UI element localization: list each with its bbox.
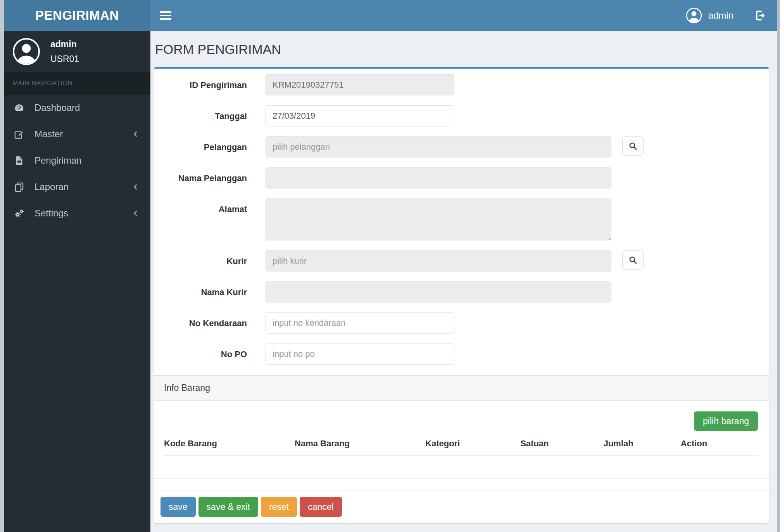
id-pengiriman-input <box>266 74 454 95</box>
info-barang-body: pilih barang Kode Barang Nama Barang <box>154 401 769 478</box>
sidebar-item-label: Laporan <box>35 181 69 192</box>
edit-icon <box>14 129 24 140</box>
logout-icon[interactable] <box>754 9 767 22</box>
field-label: No Kendaraan <box>154 313 247 333</box>
sidebar-user-id: USR01 <box>50 54 79 64</box>
save-exit-button[interactable]: save & exit <box>198 497 259 517</box>
field-label: No PO <box>154 344 247 364</box>
field-label: Kurir <box>154 250 247 271</box>
sidebar-item-pengiriman[interactable]: Pengiriman <box>4 147 150 174</box>
chevron-left-icon <box>131 209 140 218</box>
reset-button[interactable]: reset <box>261 497 297 517</box>
page-title: FORM PENGIRIMAN <box>155 42 777 57</box>
window-edge-right <box>777 0 780 532</box>
sidebar-toggle-button[interactable] <box>160 9 171 22</box>
content-area: FORM PENGIRIMAN ID Pengiriman Tanggal <box>150 31 777 532</box>
sidebar-item-label: Master <box>35 129 63 140</box>
sidebar-username: admin <box>50 39 79 50</box>
info-barang-header: Info Barang <box>154 376 769 401</box>
search-icon <box>628 141 638 151</box>
sidebar-item-settings[interactable]: Settings <box>4 200 150 226</box>
navbar-right: admin <box>686 7 777 24</box>
sidebar-item-label: Pengiriman <box>35 155 81 166</box>
app-window: PENGIRIMAN admin <box>4 0 777 532</box>
no-kendaraan-input[interactable] <box>266 313 454 333</box>
barang-table: Kode Barang Nama Barang Kategori Satuan … <box>164 433 758 478</box>
alamat-textarea <box>266 199 611 240</box>
window-edge-left <box>0 0 4 532</box>
sidebar-section-header: MAIN NAVIGATION <box>4 72 150 95</box>
copy-icon <box>14 182 24 192</box>
form-row: Pelanggan <box>154 136 769 157</box>
pilih-barang-button[interactable]: pilih barang <box>694 411 758 431</box>
brand-link[interactable]: PENGIRIMAN <box>4 0 150 31</box>
sidebar-user-panel: admin USR01 <box>4 31 150 72</box>
form-row: No PO <box>154 344 769 364</box>
gears-icon <box>14 208 24 219</box>
chevron-left-icon <box>131 130 140 139</box>
document-icon <box>14 155 24 166</box>
form-row: No Kendaraan <box>154 313 769 333</box>
column-header: Kategori <box>425 433 520 456</box>
form-box: ID Pengiriman Tanggal Pelanggan <box>154 67 769 523</box>
search-icon <box>628 255 638 265</box>
form-row: Nama Pelanggan <box>154 168 769 188</box>
tanggal-input[interactable] <box>266 105 454 126</box>
column-header: Kode Barang <box>164 433 295 456</box>
pelanggan-search-button[interactable] <box>622 136 644 156</box>
sidebar-item-dashboard[interactable]: Dashboard <box>4 95 150 121</box>
column-header: Nama Barang <box>295 433 425 456</box>
field-label: Pelanggan <box>154 136 247 157</box>
form-row: Nama Kurir <box>154 282 769 302</box>
sidebar-item-laporan[interactable]: Laporan <box>4 174 150 200</box>
sidebar-item-master[interactable]: Master <box>4 121 150 147</box>
nama-pelanggan-input <box>266 168 611 188</box>
field-label: Nama Kurir <box>154 282 247 302</box>
kurir-input <box>266 250 611 271</box>
barang-table-header-row: Kode Barang Nama Barang Kategori Satuan … <box>164 433 758 456</box>
gauge-icon <box>14 103 24 113</box>
main-area: admin USR01 MAIN NAVIGATION Dashb <box>4 31 777 532</box>
column-header: Satuan <box>520 433 603 456</box>
topbar: PENGIRIMAN admin <box>4 0 777 31</box>
field-label: Alamat <box>154 199 247 240</box>
column-header: Jumlah <box>604 433 681 456</box>
sidebar-item-label: Dashboard <box>35 102 80 113</box>
no-po-input[interactable] <box>266 344 454 364</box>
form-row: ID Pengiriman <box>154 74 769 95</box>
user-avatar-icon <box>686 7 702 24</box>
sidebar-item-label: Settings <box>35 208 68 219</box>
field-label: ID Pengiriman <box>154 74 247 95</box>
save-button[interactable]: save <box>160 497 196 517</box>
user-menu[interactable]: admin <box>686 7 733 24</box>
form-row: Kurir <box>154 250 769 271</box>
user-avatar-icon <box>12 38 40 66</box>
kurir-search-button[interactable] <box>622 250 644 270</box>
sidebar: admin USR01 MAIN NAVIGATION Dashb <box>4 31 150 532</box>
form-row: Alamat <box>154 199 769 240</box>
chevron-left-icon <box>131 182 140 192</box>
column-header: Action <box>681 433 758 456</box>
field-label: Nama Pelanggan <box>154 168 247 188</box>
nama-kurir-input <box>266 282 611 302</box>
form-row: Tanggal <box>154 105 769 126</box>
form-body: ID Pengiriman Tanggal Pelanggan <box>154 69 769 375</box>
pelanggan-input <box>266 136 611 157</box>
cancel-button[interactable]: cancel <box>300 497 342 517</box>
empty-table-body <box>164 456 758 478</box>
navbar: admin <box>150 0 777 31</box>
form-footer: save save & exit reset cancel <box>154 490 769 523</box>
info-barang-box: Info Barang pilih barang <box>154 375 769 478</box>
navbar-username: admin <box>708 10 733 21</box>
field-label: Tanggal <box>154 105 247 126</box>
sidebar-user-info: admin USR01 <box>50 39 79 64</box>
